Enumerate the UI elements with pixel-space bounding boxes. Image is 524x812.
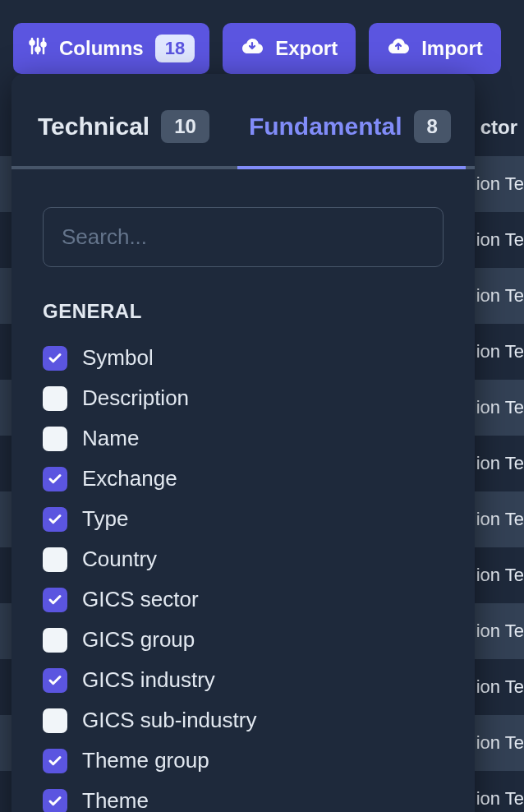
section-general: GENERAL SymbolDescriptionNameExchangeTyp… (11, 267, 475, 812)
checkbox[interactable] (43, 467, 67, 491)
checkbox-label: Theme (82, 788, 149, 812)
checkbox[interactable] (43, 346, 67, 371)
cloud-upload-icon (387, 36, 410, 61)
checkbox-label: GICS industry (82, 667, 215, 693)
export-label: Export (275, 37, 338, 60)
checkbox[interactable] (43, 427, 67, 451)
column-option-theme[interactable]: Theme (43, 781, 444, 812)
checkbox-label: Country (82, 547, 157, 572)
dropdown-tabs: Technical10Fundamental8 (11, 74, 475, 169)
sliders-icon (28, 36, 48, 61)
checkbox[interactable] (43, 668, 67, 693)
column-option-symbol[interactable]: Symbol (43, 338, 444, 378)
import-label: Import (421, 37, 483, 60)
checkbox-label: Name (82, 426, 139, 451)
checkbox-label: GICS sub-industry (82, 708, 256, 733)
checkbox-label: Type (82, 506, 128, 532)
column-option-gics-sub-industry[interactable]: GICS sub-industry (43, 700, 444, 740)
section-title: GENERAL (43, 300, 444, 323)
checkbox[interactable] (43, 588, 67, 612)
checkbox[interactable] (43, 507, 67, 532)
checkbox[interactable] (43, 708, 67, 733)
tab-count-badge: 8 (414, 110, 451, 143)
columns-count-badge: 18 (155, 35, 195, 62)
svg-point-5 (42, 43, 46, 47)
column-search-input[interactable] (43, 207, 444, 267)
checkbox[interactable] (43, 628, 67, 653)
checkbox-label: Exchange (82, 466, 177, 491)
column-option-theme-group[interactable]: Theme group (43, 740, 444, 781)
column-option-gics-group[interactable]: GICS group (43, 620, 444, 660)
checkbox[interactable] (43, 749, 67, 773)
checkbox-label: Description (82, 385, 189, 411)
column-option-gics-sector[interactable]: GICS sector (43, 579, 444, 620)
checkbox-label: GICS sector (82, 587, 199, 612)
svg-point-3 (30, 41, 34, 45)
column-option-exchange[interactable]: Exchange (43, 459, 444, 499)
columns-label: Columns (59, 37, 144, 60)
checkbox-label: Symbol (82, 345, 154, 371)
column-option-country[interactable]: Country (43, 539, 444, 579)
active-tab-indicator (237, 166, 466, 169)
column-option-name[interactable]: Name (43, 418, 444, 459)
checkbox[interactable] (43, 547, 67, 572)
checkbox[interactable] (43, 789, 67, 813)
checkbox-label: GICS group (82, 627, 195, 653)
column-option-type[interactable]: Type (43, 499, 444, 539)
export-button[interactable]: Export (223, 23, 356, 74)
checkbox[interactable] (43, 386, 67, 411)
tab-label: Technical (38, 113, 149, 141)
columns-button[interactable]: Columns 18 (13, 23, 209, 74)
svg-point-4 (36, 48, 40, 52)
column-option-description[interactable]: Description (43, 378, 444, 418)
import-button[interactable]: Import (369, 23, 501, 74)
tab-count-badge: 10 (161, 110, 209, 143)
tab-fundamental[interactable]: Fundamental8 (249, 110, 451, 166)
checkbox-label: Theme group (82, 748, 209, 773)
columns-dropdown: Technical10Fundamental8 GENERAL SymbolDe… (11, 74, 475, 812)
tab-technical[interactable]: Technical10 (38, 110, 209, 166)
cloud-download-icon (241, 36, 264, 61)
column-option-gics-industry[interactable]: GICS industry (43, 660, 444, 700)
tab-label: Fundamental (249, 113, 402, 141)
